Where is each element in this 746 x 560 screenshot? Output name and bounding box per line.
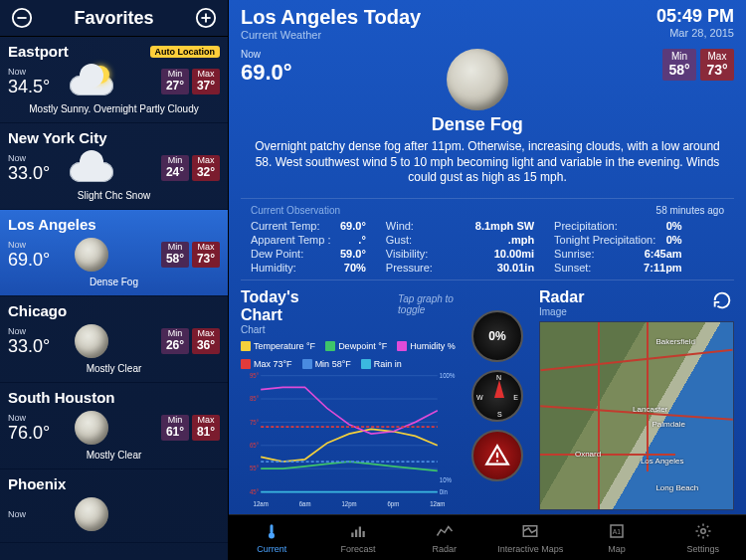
svg-text:6am: 6am [299,499,311,506]
max-badge: Max81° [192,415,220,441]
svg-rect-31 [359,526,361,537]
favorite-city: Eastport [8,43,69,60]
todays-chart-panel[interactable]: Today's Chart Chart Tap graph to toggle … [241,288,462,510]
weather-summary: Now 69.0° Dense Fog Min58° Max73° Overni… [229,43,746,194]
svg-text:55°: 55° [250,465,260,471]
tab-settings[interactable]: Settings [659,515,746,560]
observation-age: 58 minutes ago [656,205,724,216]
max-badge: Max73° [192,242,220,268]
svg-rect-27 [271,524,274,533]
tab-map[interactable]: A1Map [574,515,660,560]
condition-text: Dense Fog [432,114,523,135]
favorite-city: South Houston [8,389,114,406]
radar-map[interactable]: BakersfieldLancasterPalmdaleOxnardLos An… [539,321,734,510]
min-badge: Min26° [161,328,189,354]
precip-gauge[interactable]: 0% [471,310,523,362]
min-badge: Min27° [161,69,189,94]
tab-interactive maps[interactable]: Interactive Maps [487,515,574,560]
svg-point-28 [269,532,275,538]
favorite-item[interactable]: ChicagoNow33.0°Min26°Max36°Mostly Clear [0,296,228,383]
min-badge: Min58° [161,242,189,268]
weather-icon [62,235,121,275]
chart-legend: Temperature °FDewpoint °FHumidity %Max 7… [241,341,462,369]
sidebar-title: Favorites [34,8,194,29]
favorite-condition: Mostly Clear [8,363,220,374]
tab-forecast[interactable]: Forecast [315,515,402,560]
svg-text:95°: 95° [250,371,260,378]
clock-date: Mar 28, 2015 [656,27,734,39]
svg-point-36 [700,528,705,533]
map-icon: A1 [607,522,627,542]
thermo-icon [262,522,281,542]
page-title: Los Angeles Today [241,6,421,29]
compass-gauge[interactable]: N E S W [471,370,523,422]
max-badge: Max37° [192,69,220,94]
svg-text:45°: 45° [250,487,260,494]
min-temp-badge: Min58° [662,49,696,81]
tab-radar[interactable]: Radar [401,515,487,560]
imaps-icon [520,522,540,542]
weather-icon [62,321,121,361]
gauge-column: 0% N E S W [471,288,529,510]
favorite-item[interactable]: South HoustonNow76.0°Min61°Max81°Mostly … [0,383,228,469]
favorite-condition: Mostly Clear [8,450,220,461]
clock-time: 05:49 PM [656,6,734,27]
refresh-icon[interactable] [710,288,734,312]
svg-text:75°: 75° [250,418,260,425]
favorite-item[interactable]: EastportAuto LocationNow34.5°Min27°Max37… [0,37,228,123]
radar-panel[interactable]: Radar Image BakersfieldLancasterPalmdale… [539,288,734,510]
favorite-city: Chicago [8,302,67,319]
svg-text:85°: 85° [250,395,260,402]
favorite-temp: 33.0° [8,163,50,184]
svg-rect-32 [363,531,365,537]
add-favorite-button[interactable] [194,6,218,30]
favorites-sidebar: Favorites EastportAuto LocationNow34.5°M… [0,0,229,560]
weather-icon [62,408,121,448]
min-badge: Min61° [161,415,189,441]
map-place-label: Los Angeles [641,457,684,466]
favorite-city: Phoenix [8,475,66,492]
sidebar-header: Favorites [0,0,228,37]
svg-text:6pm: 6pm [387,499,399,508]
chart-plot[interactable]: 45°55°65°75°85°95°0in10%100%12am6am12pm6… [241,371,462,510]
tab-current[interactable]: Current [229,515,315,560]
svg-rect-29 [351,532,353,537]
remove-favorite-button[interactable] [10,6,34,30]
favorite-condition: Slight Chc Snow [8,190,220,201]
svg-text:65°: 65° [250,441,260,448]
favorite-city: Los Angeles [8,216,96,233]
chart-hint: Tap graph to toggle [398,293,462,315]
favorite-item[interactable]: PhoenixNow [0,469,228,543]
svg-text:12pm: 12pm [341,499,357,508]
bottom-tab-bar: CurrentForecastRadarInteractive MapsA1Ma… [229,514,746,560]
map-place-label: Lancaster [633,405,667,414]
min-badge: Min24° [161,155,189,181]
max-badge: Max32° [192,155,220,181]
svg-text:10%: 10% [440,476,452,483]
favorites-list[interactable]: EastportAuto LocationNow34.5°Min27°Max37… [0,37,228,560]
favorite-city: New York City [8,129,106,146]
weather-icon [62,62,121,101]
main-header: Los Angeles Today Current Weather 05:49 … [229,0,746,43]
svg-rect-30 [355,529,357,537]
favorite-temp: 69.0° [8,250,50,271]
weather-icon [62,494,121,534]
moon-icon [447,49,508,110]
favorite-item[interactable]: Los AngelesNow69.0°Min58°Max73°Dense Fog [0,210,228,296]
radar-icon [435,522,455,542]
map-place-label: Palmdale [653,420,685,429]
favorite-item[interactable]: New York CityNow33.0°Min24°Max32°Slight … [0,123,228,210]
favorite-temp: 34.5° [8,77,50,97]
now-temp: 69.0° [241,60,292,86]
condition-icon-box: Dense Fog [432,49,523,135]
weather-icon [62,148,121,188]
svg-text:100%: 100% [440,371,456,378]
max-badge: Max36° [192,328,220,354]
alert-button[interactable] [471,430,523,481]
svg-text:12am: 12am [254,499,270,506]
favorite-condition: Mostly Sunny. Overnight Partly Cloudy [8,103,220,114]
svg-point-26 [496,460,498,462]
svg-text:12am: 12am [430,499,446,506]
forecast-description: Overnight patchy dense fog after 11pm. O… [254,139,721,186]
favorite-condition: Dense Fog [8,277,220,287]
